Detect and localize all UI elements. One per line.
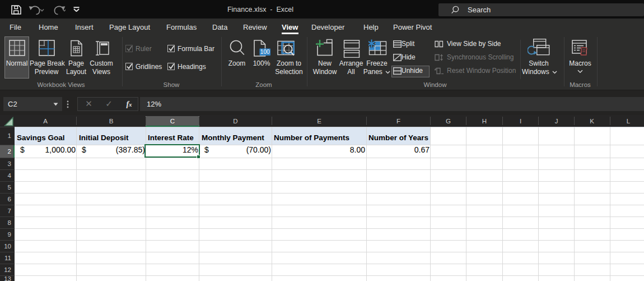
svg-text:100: 100	[260, 49, 270, 55]
